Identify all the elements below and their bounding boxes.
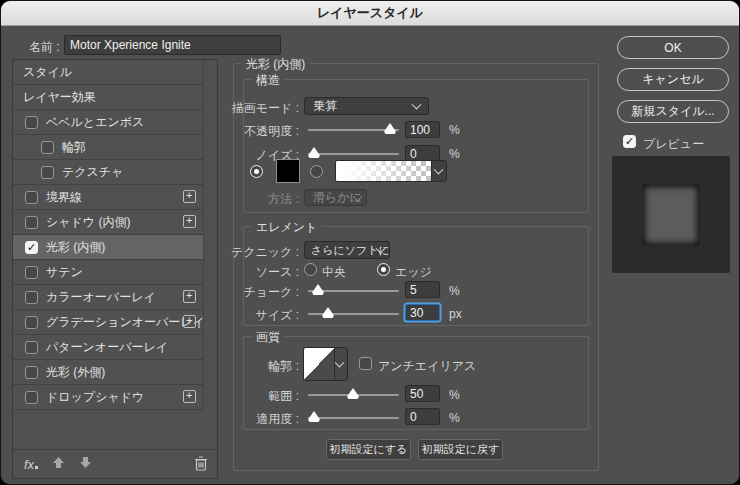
sidebar-item-outer-glow[interactable]: 光彩 (外側) [13, 360, 203, 385]
jitter-input[interactable] [405, 408, 440, 425]
sidebar-item-pattern-overlay[interactable]: パターンオーバーレイ [13, 335, 203, 360]
new-style-button[interactable]: 新規スタイル... [617, 100, 729, 123]
source-edge-label: エッジ [395, 264, 432, 281]
bevel-emboss-checkbox[interactable] [25, 116, 38, 129]
add-inner-shadow-icon[interactable] [183, 215, 196, 228]
sidebar-item-drop-shadow[interactable]: ドロップシャドウ [13, 385, 203, 410]
blend-mode-select[interactable]: 乗算 [304, 97, 429, 115]
delete-effect-icon[interactable] [194, 456, 208, 475]
cancel-button[interactable]: キャンセル [617, 68, 729, 91]
jitter-label: 適用度 : [256, 411, 299, 428]
inner-shadow-checkbox[interactable] [25, 216, 38, 229]
gradient-radio[interactable] [310, 165, 323, 178]
color-overlay-checkbox[interactable] [25, 291, 38, 304]
add-drop-shadow-icon[interactable] [183, 390, 196, 403]
stroke-checkbox[interactable] [25, 191, 38, 204]
layer-style-dialog: レイヤースタイル 名前 : スタイル レイヤー効果 ベベルとエンボス 輪郭 テク… [0, 0, 740, 485]
name-label: 名前 : [29, 39, 60, 56]
make-default-button[interactable]: 初期設定にする [326, 439, 411, 460]
choke-input[interactable] [405, 281, 440, 298]
size-slider-track [308, 313, 399, 315]
gradient-preview [336, 161, 431, 181]
jitter-unit: % [449, 411, 460, 425]
name-input[interactable] [64, 35, 281, 55]
satin-checkbox[interactable] [25, 266, 38, 279]
move-up-icon[interactable] [52, 455, 65, 473]
inner-glow-checkbox[interactable] [25, 241, 38, 254]
outer-glow-checkbox[interactable] [25, 366, 38, 379]
opacity-slider[interactable] [308, 121, 399, 138]
sidebar-item-satin[interactable]: サテン [13, 260, 203, 285]
sidebar-item-bevel-emboss[interactable]: ベベルとエンボス [13, 110, 203, 135]
add-gradient-overlay-icon[interactable] [183, 315, 196, 328]
contour-picker[interactable] [303, 347, 348, 381]
contour-label: 輪郭 : [268, 358, 299, 375]
opacity-label: 不透明度 : [244, 123, 299, 140]
jitter-slider-track [308, 417, 399, 419]
solid-color-radio[interactable] [250, 165, 263, 178]
size-unit: px [449, 307, 462, 321]
antialias-checkbox[interactable] [359, 357, 372, 370]
chevron-down-icon [434, 165, 444, 175]
source-edge-radio[interactable] [377, 263, 390, 276]
range-input[interactable] [405, 385, 440, 402]
technique-label: テクニック : [231, 244, 299, 261]
method-label: 方法 : [268, 191, 299, 208]
title-bar[interactable]: レイヤースタイル [1, 1, 739, 26]
sidebar-item-stroke[interactable]: 境界線 [13, 185, 203, 210]
range-slider[interactable] [308, 386, 399, 403]
chevron-down-icon [335, 358, 345, 368]
technique-select[interactable]: さらにソフトに [304, 241, 390, 259]
dialog-title: レイヤースタイル [317, 4, 423, 22]
drop-shadow-checkbox[interactable] [25, 391, 38, 404]
range-label: 範囲 : [268, 388, 299, 405]
glow-color-swatch[interactable] [276, 159, 300, 183]
gradient-overlay-checkbox[interactable] [25, 316, 38, 329]
choke-slider[interactable] [308, 282, 399, 299]
panel-title: 光彩 (内側) [241, 56, 310, 73]
style-preview [612, 156, 730, 273]
contour-checkbox[interactable] [41, 141, 54, 154]
blend-mode-value: 乗算 [313, 98, 337, 115]
quality-group-title: 画質 [251, 329, 285, 346]
sidebar-item-gradient-overlay[interactable]: グラデーションオーバーレイ [13, 310, 203, 335]
pattern-overlay-checkbox[interactable] [25, 341, 38, 354]
sidebar-item-contour[interactable]: 輪郭 [13, 135, 203, 160]
source-label: ソース : [256, 264, 299, 281]
noise-slider-track [308, 153, 399, 155]
add-stroke-icon[interactable] [183, 190, 196, 203]
reset-default-button[interactable]: 初期設定に戻す [418, 439, 503, 460]
size-input[interactable] [405, 304, 440, 321]
range-unit: % [449, 388, 460, 402]
antialias-label: アンチエイリアス [378, 358, 476, 375]
jitter-slider[interactable] [308, 409, 399, 426]
choke-unit: % [449, 284, 460, 298]
effects-list: スタイル レイヤー効果 ベベルとエンボス 輪郭 テクスチャ 境界線 シャドウ (… [12, 59, 218, 479]
preview-checkbox[interactable] [623, 135, 636, 148]
gradient-picker[interactable] [335, 160, 447, 182]
sidebar-item-layer-effects[interactable]: レイヤー効果 [13, 85, 203, 110]
style-preview-swatch [642, 184, 700, 246]
sidebar-item-styles[interactable]: スタイル [13, 60, 203, 85]
chevron-down-icon [412, 100, 422, 110]
fx-menu-icon[interactable]: fx [24, 457, 38, 472]
texture-checkbox[interactable] [41, 166, 54, 179]
sidebar-item-inner-glow[interactable]: 光彩 (内側) [13, 235, 203, 260]
size-label: サイズ : [255, 307, 299, 324]
source-center-radio[interactable] [304, 263, 317, 276]
add-color-overlay-icon[interactable] [183, 290, 196, 303]
opacity-input[interactable] [405, 121, 440, 138]
effects-list-footer: fx [13, 449, 217, 478]
elements-group-title: エレメント [251, 219, 322, 236]
size-slider[interactable] [308, 305, 399, 322]
move-down-icon[interactable] [79, 455, 92, 473]
sidebar-item-inner-shadow[interactable]: シャドウ (内側) [13, 210, 203, 235]
contour-picker-chevron[interactable] [335, 348, 347, 380]
gradient-picker-chevron[interactable] [431, 161, 446, 181]
structure-group-title: 構造 [251, 72, 285, 89]
ok-button[interactable]: OK [617, 36, 729, 59]
method-select: 滑らかに [304, 189, 367, 206]
opacity-unit: % [449, 123, 460, 137]
sidebar-item-texture[interactable]: テクスチャ [13, 160, 203, 185]
sidebar-item-color-overlay[interactable]: カラーオーバーレイ [13, 285, 203, 310]
